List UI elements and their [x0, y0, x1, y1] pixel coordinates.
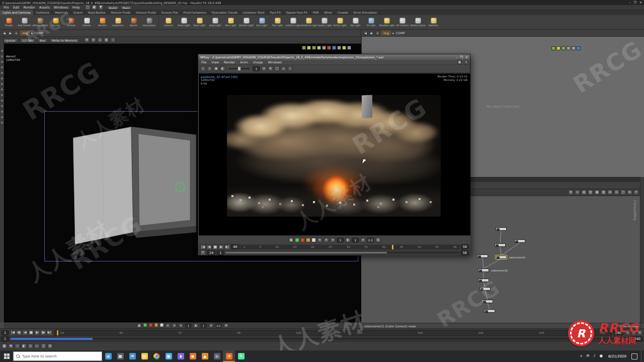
- mplay-titlebar[interactable]: MPlay - Z:/personal/UDEMY_HOUDINI_COURSE…: [198, 54, 470, 60]
- viewer-view-filter-a[interactable]: ∗: [166, 323, 170, 328]
- display-option-icon-5[interactable]: [327, 46, 331, 50]
- shelf-tool-bonfire[interactable]: Bonfire: [95, 18, 110, 27]
- loop-icon[interactable]: ⟳: [200, 250, 206, 255]
- shelf-tab-fluid-containers[interactable]: Fluid Containers: [181, 10, 209, 15]
- mplay-menubar-icon-0[interactable]: ▣: [457, 60, 462, 64]
- shelf-tool-spot-light[interactable]: Spot Light: [192, 18, 207, 27]
- mplay-menu-view[interactable]: View: [209, 60, 221, 64]
- transport-jump-start[interactable]: |◀: [10, 330, 16, 335]
- mplay-tool-info[interactable]: i: [287, 66, 293, 71]
- forward-icon[interactable]: ▶: [369, 31, 374, 35]
- comp-node[interactable]: [478, 279, 489, 282]
- mplay-view-swatch-red[interactable]: [300, 238, 305, 242]
- comp-node[interactable]: [482, 300, 493, 303]
- network-tool-icon-2[interactable]: ▤: [581, 190, 587, 195]
- mplay-current-frame[interactable]: 40: [231, 244, 239, 249]
- menu-help[interactable]: Help: [70, 6, 82, 10]
- compositing-pane-tab[interactable]: Compositing: [633, 200, 637, 221]
- display-option-icon-6[interactable]: [332, 46, 336, 50]
- viewer-view-swatch-white[interactable]: [160, 323, 164, 327]
- shelf-tool-my-light[interactable]: My Light: [348, 18, 363, 27]
- mplay-tool-zoom-value[interactable]: 1: [253, 66, 260, 71]
- viewer-view-gamma-toggle[interactable]: ◐: [194, 323, 198, 328]
- cache-track[interactable]: [11, 338, 630, 340]
- shelf-tool-dry-ice[interactable]: Dry Ice: [48, 18, 63, 27]
- shelf-tool-camera[interactable]: Camera: [160, 18, 176, 27]
- notification-center-icon[interactable]: [631, 353, 637, 359]
- network-path[interactable]: COMP: [395, 31, 405, 35]
- shelf-tool-gi-light[interactable]: GI Light: [363, 18, 379, 27]
- mplay-view-swatch-orange[interactable]: [306, 238, 310, 242]
- mplay-window[interactable]: MPlay - Z:/personal/UDEMY_HOUDINI_COURSE…: [198, 54, 470, 255]
- shelf-tool-sparks[interactable]: Sparks: [126, 18, 141, 27]
- slider-knob[interactable]: [238, 67, 240, 70]
- network-tool-icon-6[interactable]: ⊞: [607, 190, 613, 195]
- network-tool-icon-7[interactable]: ⊟: [614, 190, 619, 195]
- mplay-frame-marker[interactable]: [392, 245, 393, 249]
- shelf-tab-pyro-fx[interactable]: Pyro FX: [268, 10, 284, 15]
- transport-play-reverse[interactable]: ◀: [22, 330, 28, 335]
- mplay-view-filter-b[interactable]: ∗: [324, 237, 329, 243]
- tray-icon-3[interactable]: ●: [599, 353, 604, 359]
- menubar-new-scene[interactable]: ▢: [85, 5, 91, 10]
- transport-jump-end[interactable]: ▶|: [47, 330, 52, 335]
- network-tool-icon-4[interactable]: ▦: [594, 190, 600, 195]
- menubar-open-scene[interactable]: ▣: [92, 5, 97, 10]
- viewer-view-filter-c[interactable]: ∗: [179, 323, 183, 328]
- viewer-chip-update[interactable]: Update: [2, 38, 18, 42]
- shelf-tool-billowy-smoke[interactable]: Billowy Smoke: [32, 18, 48, 27]
- mplay-window-button-2[interactable]: ✕: [465, 55, 468, 59]
- taskbar-search-input[interactable]: Type here to search: [13, 351, 102, 361]
- mplay-view-gamma[interactable]: 1: [352, 237, 359, 243]
- status-icon-7[interactable]: ⊞: [47, 343, 53, 349]
- shelf-tab-grains[interactable]: Grains: [71, 10, 86, 15]
- taskbar-discord[interactable]: ◗: [175, 350, 187, 362]
- shelf-tab-container-tools[interactable]: Container Tools: [240, 10, 268, 15]
- status-icon-4[interactable]: ≡: [28, 343, 33, 349]
- shelf-tool-indirect-light[interactable]: Indirect Light: [285, 18, 301, 27]
- network-tool-refresh[interactable]: ⟳: [633, 190, 639, 195]
- viewer-view-swatch-red[interactable]: [149, 323, 153, 327]
- network-tool-icon-8[interactable]: ◫: [620, 190, 626, 195]
- shelf-tool-stereo-camera[interactable]: Stereo Camera: [410, 18, 426, 27]
- room-back-wall[interactable]: [138, 134, 190, 226]
- shelf-tool-fast-smoke[interactable]: Fast Smoke: [17, 18, 32, 27]
- shelf-tab-crowds[interactable]: Crowds: [335, 10, 351, 15]
- comp-node[interactable]: [484, 309, 495, 313]
- taskbar-cortana[interactable]: ◍: [102, 350, 114, 362]
- viewer-zoom-out[interactable]: ⊖: [91, 37, 96, 43]
- shelf-tool-vr-camera[interactable]: VR Camera: [394, 18, 410, 27]
- taskbar-photos[interactable]: ▣: [163, 350, 175, 362]
- mplay-range-end[interactable]: 58: [461, 250, 469, 255]
- display-option-icon-5[interactable]: [577, 46, 581, 50]
- status-icon-6[interactable]: ◫: [41, 343, 46, 349]
- taskbar-obs[interactable]: ◎: [211, 350, 223, 362]
- shelf-tab-oceans-flat[interactable]: Oceans Flat: [159, 10, 181, 15]
- desktop-selector[interactable]: Build: [107, 6, 119, 10]
- mplay-tool-pan[interactable]: +: [207, 66, 212, 71]
- mplay-tool-rgb[interactable]: ◉: [213, 66, 219, 71]
- home-icon[interactable]: ⌂: [375, 31, 380, 35]
- shelf-tool-flames[interactable]: Flames: [79, 18, 95, 27]
- viewer-chip-box[interactable]: Box: [37, 38, 48, 42]
- taskbar-firefox[interactable]: ◉: [187, 350, 199, 362]
- shelf-tab-particle-fluids[interactable]: Particle Fluids: [109, 10, 134, 15]
- comp-node[interactable]: [496, 227, 507, 231]
- menu-file[interactable]: File: [2, 6, 11, 10]
- network-path[interactable]: COMP: [34, 31, 43, 35]
- mplay-menu-render[interactable]: Render: [222, 60, 237, 64]
- shelf-tool-switcher[interactable]: Switcher: [426, 18, 441, 27]
- comp-node[interactable]: [495, 243, 506, 247]
- transport-prev-frame[interactable]: ◀|: [16, 330, 22, 335]
- display-option-icon-4[interactable]: [572, 46, 576, 50]
- menu-windows[interactable]: Windows: [52, 6, 70, 10]
- display-option-icon-9[interactable]: [347, 46, 351, 50]
- transport-play[interactable]: ▶: [34, 330, 40, 335]
- comp-node-colorcorrect1[interactable]: colorcorrect1: [496, 255, 507, 259]
- viewer-chip-write-to-memory[interactable]: Write to Memory: [49, 38, 79, 42]
- mplay-transport-play-reverse[interactable]: ◀: [206, 244, 212, 250]
- start-button[interactable]: [0, 350, 13, 362]
- display-option-icon-1[interactable]: [307, 46, 311, 50]
- display-option-icon-0[interactable]: [302, 46, 306, 50]
- back-icon[interactable]: ◀: [363, 31, 368, 35]
